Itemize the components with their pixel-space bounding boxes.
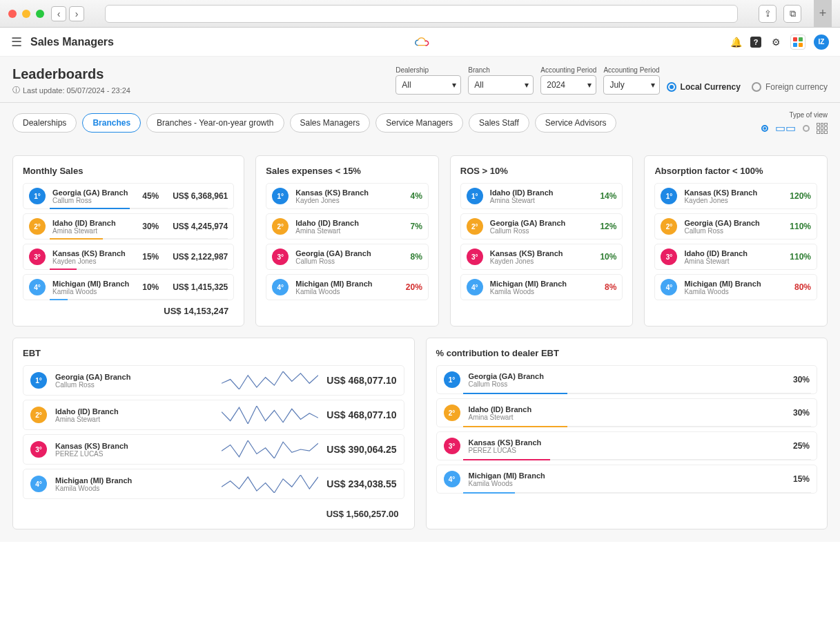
list-item[interactable]: 4° Michigan (MI) Branch Kamila Woods 15% xyxy=(436,465,818,494)
list-item[interactable]: 4° Michigan (MI) Branch Kamila Woods 10%… xyxy=(23,274,234,300)
tab-service-advisors[interactable]: Service Advisors xyxy=(535,113,617,133)
manager-name: Callum Ross xyxy=(52,197,135,204)
tab-sales-staff[interactable]: Sales Staff xyxy=(469,113,529,133)
grid-view-icon[interactable] xyxy=(817,123,828,134)
rank-badge: 1° xyxy=(29,188,46,204)
card-contribution: % contribution to dealer EBT 1° Georgia … xyxy=(426,338,828,529)
list-item[interactable]: 2° Idaho (ID) Branch Amina Stewart 7% xyxy=(266,213,429,240)
browser-share-icon[interactable]: ⇪ xyxy=(759,5,776,23)
help-icon[interactable]: ? xyxy=(750,37,761,48)
apps-grid-icon[interactable] xyxy=(790,35,805,50)
rank-badge: 4° xyxy=(444,471,460,487)
list-item[interactable]: 2° Georgia (GA) Branch Callum Ross 12% xyxy=(460,213,623,240)
cards-view-icon[interactable]: ▭▭ xyxy=(775,121,796,135)
tab-branches-yoy[interactable]: Branches - Year-on-year growth xyxy=(146,113,284,133)
list-item[interactable]: 3° Georgia (GA) Branch Callum Ross 8% xyxy=(266,244,429,270)
subheader: Leaderboards ⓘ Last update: 05/07/2024 -… xyxy=(0,57,840,103)
list-item[interactable]: 4° Michigan (MI) Branch Kamila Woods 8% xyxy=(460,274,623,300)
list-item[interactable]: 1° Georgia (GA) Branch Callum Ross 45% U… xyxy=(23,183,234,209)
percentage-value: 30% xyxy=(793,375,810,384)
list-item[interactable]: 2° Idaho (ID) Branch Amina Stewart US$ 4… xyxy=(23,400,404,430)
percentage-value: 15% xyxy=(793,474,810,484)
branch-name: Kansas (KS) Branch xyxy=(684,188,783,197)
manager-name: PEREZ LUCAS xyxy=(469,447,785,454)
view-radio-grid[interactable] xyxy=(803,125,810,132)
branch-name: Michigan (MI) Branch xyxy=(52,280,135,288)
list-item[interactable]: 3° Idaho (ID) Branch Amina Stewart 110% xyxy=(654,244,817,270)
window-minimize-icon[interactable] xyxy=(22,10,30,18)
tab-branches[interactable]: Branches xyxy=(82,113,141,133)
hamburger-menu-icon[interactable]: ☰ xyxy=(11,35,22,50)
gear-icon[interactable]: ⚙ xyxy=(770,36,782,48)
bell-icon[interactable]: 🔔 xyxy=(730,36,742,48)
window-maximize-icon[interactable] xyxy=(36,10,44,18)
list-item[interactable]: 3° Kansas (KS) Branch Kayden Jones 15% U… xyxy=(23,244,234,270)
branch-name: Georgia (GA) Branch xyxy=(684,219,783,227)
view-radio-cards[interactable] xyxy=(761,125,768,132)
tab-sales-managers[interactable]: Sales Managers xyxy=(290,113,371,133)
foreign-currency-radio[interactable]: Foreign currency xyxy=(752,82,828,92)
local-currency-radio[interactable]: Local Currency xyxy=(667,82,741,92)
tabs-row: Dealerships Branches Branches - Year-on-… xyxy=(0,103,840,143)
manager-name: Amina Stewart xyxy=(490,197,594,204)
card-absorption: Absorption factor < 100% 1° Kansas (KS) … xyxy=(644,155,828,327)
list-item[interactable]: 1° Georgia (GA) Branch Callum Ross 30% xyxy=(436,365,818,394)
list-item[interactable]: 4° Michigan (MI) Branch Kamila Woods 20% xyxy=(266,274,429,300)
list-item[interactable]: 1° Kansas (KS) Branch Kayden Jones 4% xyxy=(266,183,429,209)
percentage-value: 80% xyxy=(794,282,811,292)
percentage-value: 8% xyxy=(410,252,422,262)
ebt-value: US$ 234,038.55 xyxy=(326,478,396,489)
info-icon: ⓘ xyxy=(12,85,20,95)
sales-value: US$ 2,122,987 xyxy=(166,252,228,262)
list-item[interactable]: 1° Kansas (KS) Branch Kayden Jones 120% xyxy=(654,183,817,209)
percentage-value: 45% xyxy=(142,191,159,201)
branch-select[interactable]: All xyxy=(468,75,534,95)
tab-service-managers[interactable]: Service Managers xyxy=(375,113,463,133)
list-item[interactable]: 3° Kansas (KS) Branch PEREZ LUCAS US$ 39… xyxy=(23,434,404,465)
list-item[interactable]: 4° Michigan (MI) Branch Kamila Woods US$… xyxy=(23,469,404,499)
card-title: EBT xyxy=(23,348,404,358)
browser-url-bar[interactable] xyxy=(105,5,738,23)
browser-back-button[interactable]: ‹ xyxy=(51,6,66,21)
branch-name: Kansas (KS) Branch xyxy=(490,249,594,257)
rank-badge: 1° xyxy=(661,188,677,204)
percentage-value: 25% xyxy=(793,441,810,451)
list-item[interactable]: 2° Georgia (GA) Branch Callum Ross 110% xyxy=(654,213,817,240)
list-item[interactable]: 1° Georgia (GA) Branch Callum Ross US$ 4… xyxy=(23,365,404,396)
rank-badge: 4° xyxy=(29,279,46,295)
manager-name: PEREZ LUCAS xyxy=(55,450,213,458)
tab-dealerships[interactable]: Dealerships xyxy=(12,113,77,133)
manager-name: Amina Stewart xyxy=(469,413,785,421)
period-year-filter-label: Accounting Period xyxy=(540,66,596,74)
view-type-label: Type of view xyxy=(789,111,828,119)
branch-name: Michigan (MI) Branch xyxy=(469,471,785,480)
user-avatar[interactable]: IZ xyxy=(814,35,829,50)
period-year-select[interactable]: 2024 xyxy=(540,75,596,95)
manager-name: Kamila Woods xyxy=(55,485,213,492)
list-item[interactable]: 3° Kansas (KS) Branch PEREZ LUCAS 25% xyxy=(436,431,818,460)
percentage-value: 30% xyxy=(793,408,810,418)
app-header: ☰ Sales Managers 🔔 ? ⚙ IZ xyxy=(0,28,840,57)
dealership-select[interactable]: All xyxy=(395,75,461,95)
browser-new-tab-button[interactable]: + xyxy=(814,0,832,28)
period-month-select[interactable]: July xyxy=(603,75,659,95)
window-close-icon[interactable] xyxy=(8,10,17,18)
list-item[interactable]: 2° Idaho (ID) Branch Amina Stewart 30% xyxy=(436,398,818,427)
list-item[interactable]: 2° Idaho (ID) Branch Amina Stewart 30% U… xyxy=(23,213,234,240)
list-item[interactable]: 4° Michigan (MI) Branch Kamila Woods 80% xyxy=(654,274,817,300)
rank-badge: 1° xyxy=(30,372,47,389)
rank-badge: 3° xyxy=(661,249,677,265)
manager-name: Amina Stewart xyxy=(684,257,783,265)
card-sales-expenses: Sales expenses < 15% 1° Kansas (KS) Bran… xyxy=(255,155,439,327)
manager-name: Kamila Woods xyxy=(295,288,399,295)
branch-name: Idaho (ID) Branch xyxy=(55,407,213,416)
browser-tabs-icon[interactable]: ⧉ xyxy=(783,5,801,23)
list-item[interactable]: 3° Kansas (KS) Branch Kayden Jones 10% xyxy=(460,244,623,270)
manager-name: Callum Ross xyxy=(295,257,403,265)
sales-value: US$ 1,415,325 xyxy=(166,282,228,292)
sales-value: US$ 6,368,961 xyxy=(166,191,228,201)
rank-badge: 3° xyxy=(444,438,460,454)
list-item[interactable]: 1° Idaho (ID) Branch Amina Stewart 14% xyxy=(460,183,623,209)
browser-forward-button[interactable]: › xyxy=(69,6,84,21)
ebt-value: US$ 390,064.25 xyxy=(326,444,396,455)
